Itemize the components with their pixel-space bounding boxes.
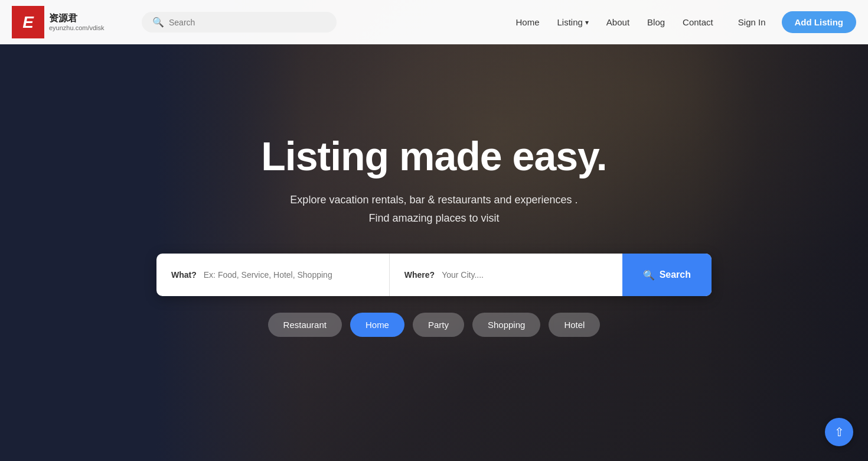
nav-actions: Sign In Add Listing <box>731 11 856 33</box>
sign-in-button[interactable]: Sign In <box>731 12 773 32</box>
logo-title: 资源君 <box>49 12 105 24</box>
logo-icon: E <box>12 6 44 38</box>
nav-blog[interactable]: Blog <box>647 17 665 27</box>
hero-title: Listing made easy. <box>261 133 606 179</box>
pill-hotel[interactable]: Hotel <box>549 313 600 337</box>
navbar-search-input[interactable] <box>169 18 326 27</box>
search-bar: What? Where? 🔍 Search <box>156 254 712 296</box>
what-input[interactable] <box>204 270 374 280</box>
nav-home[interactable]: Home <box>515 17 539 27</box>
where-label: Where? <box>404 270 435 280</box>
hero-content: Listing made easy. Explore vacation rent… <box>0 44 868 461</box>
nav-about[interactable]: About <box>606 17 629 27</box>
navbar-search-container: 🔍 <box>142 12 337 33</box>
pill-home[interactable]: Home <box>350 313 404 337</box>
hero-subtitle-line2: Find amazing places to visit <box>368 212 499 224</box>
category-pills: Restaurant Home Party Shopping Hotel <box>268 313 601 337</box>
search-btn-label: Search <box>660 270 691 280</box>
add-listing-button[interactable]: Add Listing <box>782 11 857 33</box>
hero-subtitle: Explore vacation rentals, bar & restaura… <box>290 191 577 227</box>
hero-subtitle-line1: Explore vacation rentals, bar & restaura… <box>290 194 577 206</box>
search-icon: 🔍 <box>152 17 164 28</box>
pill-restaurant[interactable]: Restaurant <box>268 313 342 337</box>
what-label: What? <box>171 270 197 280</box>
scroll-to-top-button[interactable]: ⇧ <box>825 418 853 446</box>
search-what-field: What? <box>156 254 390 296</box>
logo[interactable]: E 资源君 eyunzhu.com/vdisk <box>12 6 130 38</box>
navbar: E 资源君 eyunzhu.com/vdisk 🔍 Home Listing A… <box>0 0 868 44</box>
search-button[interactable]: 🔍 Search <box>622 254 712 296</box>
nav-listing[interactable]: Listing <box>557 17 589 27</box>
nav-contact[interactable]: Contact <box>683 17 713 27</box>
pill-party[interactable]: Party <box>413 313 464 337</box>
nav-links: Home Listing About Blog Contact <box>515 17 713 27</box>
pill-shopping[interactable]: Shopping <box>472 313 540 337</box>
search-icon-btn: 🔍 <box>643 270 655 281</box>
where-input[interactable] <box>442 270 607 280</box>
logo-text: 资源君 eyunzhu.com/vdisk <box>49 12 105 31</box>
search-where-field: Where? <box>390 254 622 296</box>
logo-url: eyunzhu.com/vdisk <box>49 24 105 32</box>
